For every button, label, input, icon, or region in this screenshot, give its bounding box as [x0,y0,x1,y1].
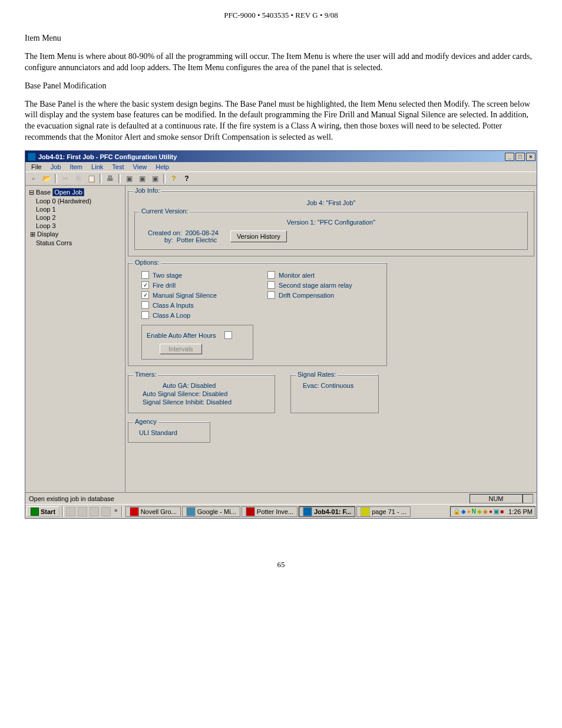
by-value: Potter Electric [177,236,217,243]
menu-job[interactable]: Job [47,163,65,170]
tree-panel[interactable]: ⊟ Base Open Job Loop 0 (Hardwired) Loop … [25,186,125,492]
taskbar-separator [62,506,64,517]
paste-icon[interactable]: 📋 [85,173,97,184]
ql-icon-1[interactable] [66,507,75,516]
close-button[interactable]: × [526,153,535,161]
start-icon [31,508,39,516]
menu-view[interactable]: View [130,163,151,170]
tray-icon[interactable]: ◆ [461,508,466,515]
ql-icon-2[interactable] [78,507,87,516]
tray-icon[interactable]: ▣ [494,508,499,515]
timer-signal-silence-inhibit: Signal Silence Inhibit: Disabled [134,398,269,407]
cut-icon[interactable]: ✂ [59,173,71,184]
heading-base-panel: Base Panel Modification [25,81,537,92]
ql-icon-3[interactable] [90,507,99,516]
copy-icon[interactable]: ⎘ [72,173,84,184]
tree-item-loop1[interactable]: Loop 1 [28,205,123,213]
application-window: Job4-01: First Job - PFC Configuration U… [25,150,537,519]
tree-item-loop0[interactable]: Loop 0 (Hardwired) [28,197,123,205]
chk-enable-auto-after-hours[interactable]: Enable Auto After Hours [147,330,248,340]
toolbar-separator [55,174,57,183]
job-info-label: Job Info: [133,187,161,194]
tool-icon-2[interactable]: ▣ [136,173,148,184]
help-icon[interactable]: ? [168,173,180,184]
timer-auto-signal-silence: Auto Signal Silence: Disabled [134,390,269,398]
job-info-value: Job 4: "First Job" [134,198,528,210]
chk-class-a-inputs[interactable]: Class A Inputs [141,300,253,310]
signal-rates-value: Evac: Continuous [297,382,372,389]
options-group: Options: Two stage ✓Fire drill ✓Manual S… [128,262,387,366]
taskbar: Start » Novell Gro... Google - Mi... Pot… [25,504,537,518]
tree-root[interactable]: ⊟ Base Open Job [28,188,123,197]
menu-bar[interactable]: File Job Item Link Test View Help [25,162,537,172]
menu-file[interactable]: File [28,163,45,170]
current-version-group: Current Version: Version 1: "PFC Configu… [134,211,528,250]
tool-icon-1[interactable]: ▣ [123,173,135,184]
page-number: 65 [0,560,562,581]
minimize-button[interactable]: _ [505,153,514,161]
tree-item-status-corrs[interactable]: Status Corrs [28,239,123,247]
whats-this-icon[interactable]: ? [181,173,193,184]
task-google[interactable]: Google - Mi... [182,506,240,517]
intervals-button: Intervals [160,344,202,354]
tool-icon-3[interactable]: ▣ [149,173,161,184]
menu-link[interactable]: Link [88,163,107,170]
chk-drift-compensation[interactable]: Drift Compensation [267,290,352,300]
menu-help[interactable]: Help [152,163,173,170]
chk-monitor-alert[interactable]: Monitor alert [267,270,352,280]
agency-value: ULI Standard [134,429,204,436]
tray-icon[interactable]: ◆ [483,508,488,515]
chk-manual-signal-silence[interactable]: ✓Manual Signal Silence [141,290,253,300]
options-label: Options: [133,259,161,266]
version-history-button[interactable]: Version History [230,230,287,242]
toolbar: ▫ 📂 ✂ ⎘ 📋 🖶 ▣ ▣ ▣ ? ? [25,172,537,186]
menu-test[interactable]: Test [108,163,127,170]
task-novell[interactable]: Novell Gro... [125,506,181,517]
chk-fire-drill[interactable]: ✓Fire drill [141,280,253,290]
chk-second-stage-alarm-relay[interactable]: Second stage alarm relay [267,280,352,290]
ql-chevron-icon[interactable]: » [113,507,119,516]
task-page71[interactable]: page 71 - ... [356,506,411,517]
new-icon[interactable]: ▫ [28,173,39,184]
chk-class-a-loop[interactable]: Class A Loop [141,310,253,320]
agency-group: Agency ULI Standard [128,421,210,443]
timers-label: Timers: [133,371,158,378]
maximize-button[interactable]: □ [515,153,525,161]
toolbar-separator [163,174,166,183]
tray-icon[interactable]: ● [467,508,471,515]
tray-icon[interactable]: ● [489,508,492,515]
heading-item-menu: Item Menu [25,33,537,44]
app-icon [303,507,312,516]
form-panel: Job Info: Job 4: "First Job" Current Ver… [125,186,537,492]
system-tray[interactable]: 🔒 ◆ ● N ◆ ◆ ● ▣ ■ 1:26 PM [450,506,535,517]
title-bar[interactable]: Job4-01: First Job - PFC Configuration U… [25,151,537,162]
tree-item-loop3[interactable]: Loop 3 [28,222,123,230]
signal-rates-group: Signal Rates: Evac: Continuous [290,374,379,413]
ql-icon-4[interactable] [101,507,111,516]
tray-icon[interactable]: ◆ [477,508,482,515]
taskbar-separator [121,506,123,517]
task-job4[interactable]: Job4-01: F... [299,506,355,517]
open-icon[interactable]: 📂 [41,173,52,184]
tree-root-selected[interactable]: Open Job [52,188,84,196]
timers-group: Timers: Auto GA: Disabled Auto Signal Si… [128,374,275,413]
signal-rates-label: Signal Rates: [296,371,338,378]
menu-item[interactable]: Item [67,163,86,170]
chk-two-stage[interactable]: Two stage [141,270,253,280]
created-on-label: Created on: [148,229,181,236]
tray-icon[interactable]: 🔒 [453,508,460,515]
created-on-value: 2006-08-24 [186,229,219,236]
tray-icon[interactable]: ■ [500,508,504,515]
tree-item-loop2[interactable]: Loop 2 [28,213,123,222]
task-potter[interactable]: Potter Inve... [242,506,297,517]
start-button[interactable]: Start [27,506,59,517]
tray-clock: 1:26 PM [508,508,533,515]
tree-item-display[interactable]: ⊞ Display [28,230,123,239]
paragraph-item-menu: The Item Menu is where about 80-90% of a… [25,51,537,74]
current-version-label: Current Version: [140,207,190,215]
app-icon [361,507,370,516]
tray-icon[interactable]: N [472,508,476,515]
app-icon [186,507,196,516]
work-area: ⊟ Base Open Job Loop 0 (Hardwired) Loop … [25,186,537,492]
print-icon[interactable]: 🖶 [104,173,116,184]
